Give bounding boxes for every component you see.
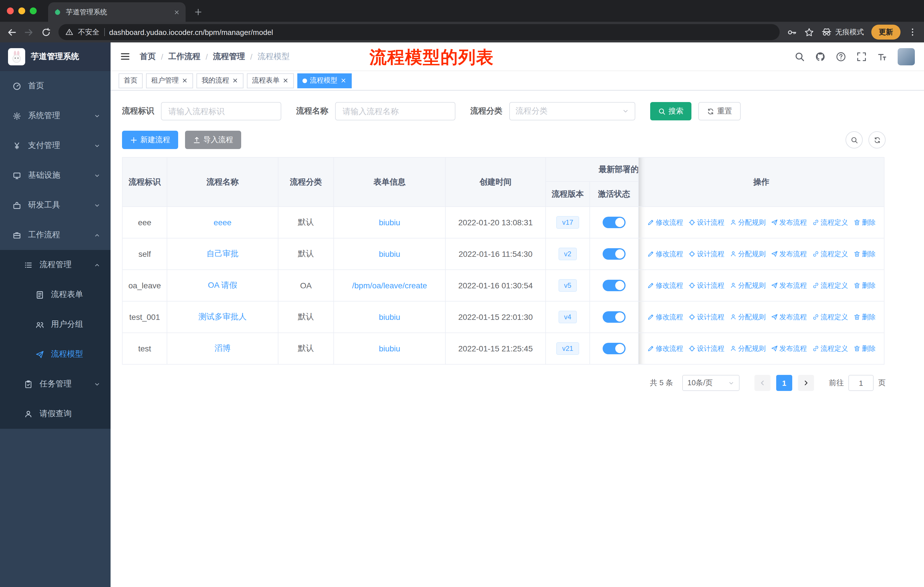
page-number-button[interactable]: 1 (776, 375, 792, 391)
sidebar-item-process-manage[interactable]: 流程管理 (0, 250, 111, 280)
action-definition-link[interactable]: 流程定义 (812, 312, 848, 322)
sidebar-item-process-model[interactable]: 流程模型 (0, 339, 111, 369)
action-definition-link[interactable]: 流程定义 (812, 218, 848, 227)
browser-tab[interactable]: 芋道管理系统 (48, 2, 186, 22)
tag-close-icon[interactable] (340, 78, 346, 84)
active-toggle[interactable] (602, 343, 625, 354)
bookmark-star-icon[interactable] (804, 27, 814, 37)
tab-close-icon[interactable] (173, 9, 180, 15)
action-design-link[interactable]: 设计流程 (688, 218, 724, 227)
password-manager-icon[interactable] (787, 27, 797, 37)
action-publish-link[interactable]: 发布流程 (771, 218, 807, 227)
action-assign-link[interactable]: 分配规则 (729, 281, 766, 290)
sidebar-item-system[interactable]: 系统管理 (0, 101, 111, 131)
action-assign-link[interactable]: 分配规则 (729, 249, 766, 259)
sidebar-item-user-group[interactable]: 用户分组 (0, 309, 111, 339)
sidebar-item-workflow[interactable]: 工作流程 (0, 220, 111, 250)
active-toggle[interactable] (602, 280, 625, 291)
window-minimize-button[interactable] (18, 7, 25, 14)
action-modify-link[interactable]: 修改流程 (647, 312, 683, 322)
action-publish-link[interactable]: 发布流程 (771, 281, 807, 290)
tags-view-tab[interactable]: 首页 (119, 73, 143, 88)
sidebar-item-process-form[interactable]: 流程表单 (0, 280, 111, 309)
action-modify-link[interactable]: 修改流程 (647, 281, 683, 290)
action-modify-link[interactable]: 修改流程 (647, 249, 683, 259)
action-definition-link[interactable]: 流程定义 (812, 344, 848, 354)
form-info-link[interactable]: biubiu (379, 250, 401, 258)
reset-button[interactable]: 重置 (698, 102, 741, 121)
create-model-button[interactable]: 新建流程 (122, 131, 178, 149)
tags-view-tab[interactable]: 租户管理 (146, 73, 193, 88)
action-assign-link[interactable]: 分配规则 (729, 344, 766, 354)
action-modify-link[interactable]: 修改流程 (647, 218, 683, 227)
action-publish-link[interactable]: 发布流程 (771, 344, 807, 354)
model-name-link[interactable]: eeee (214, 218, 231, 227)
tags-view-tab[interactable]: 流程模型 (297, 73, 352, 88)
form-info-link[interactable]: biubiu (379, 313, 401, 322)
action-assign-link[interactable]: 分配规则 (729, 218, 766, 227)
forward-button[interactable] (24, 27, 34, 37)
page-size-select[interactable]: 10条/页 (682, 375, 739, 391)
form-info-link[interactable]: biubiu (379, 218, 401, 227)
sidebar-item-task-manage[interactable]: 任务管理 (0, 369, 111, 399)
prev-page-button[interactable] (754, 375, 771, 391)
browser-menu-button[interactable] (908, 28, 917, 37)
import-model-button[interactable]: 导入流程 (185, 131, 241, 149)
update-button[interactable]: 更新 (871, 25, 901, 40)
tag-close-icon[interactable] (182, 78, 188, 84)
breadcrumb-item[interactable]: 首页 (140, 51, 156, 62)
model-name-link[interactable]: 测试多审批人 (198, 312, 247, 321)
form-info-link[interactable]: biubiu (379, 344, 401, 353)
back-button[interactable] (7, 27, 16, 37)
action-design-link[interactable]: 设计流程 (688, 312, 724, 322)
goto-page-input[interactable] (848, 375, 874, 391)
security-warning-icon[interactable] (65, 28, 73, 36)
next-page-button[interactable] (798, 375, 814, 391)
model-name-link[interactable]: 自己审批 (206, 249, 239, 258)
breadcrumb-item[interactable]: 流程管理 (213, 51, 245, 62)
search-button[interactable]: 搜索 (650, 102, 691, 121)
action-delete-link[interactable]: 删除 (853, 312, 876, 322)
sidebar-item-home[interactable]: 首页 (0, 71, 111, 101)
action-design-link[interactable]: 设计流程 (688, 281, 724, 290)
tags-view-tab[interactable]: 流程表单 (247, 73, 294, 88)
filter-id-input[interactable] (161, 102, 281, 121)
header-search-icon[interactable] (795, 51, 805, 62)
refresh-table-button[interactable] (868, 131, 886, 149)
github-icon[interactable] (815, 51, 825, 62)
tags-view-tab[interactable]: 我的流程 (196, 73, 243, 88)
tag-close-icon[interactable] (232, 78, 238, 84)
action-publish-link[interactable]: 发布流程 (771, 312, 807, 322)
new-tab-button[interactable] (191, 5, 205, 19)
filter-name-input[interactable] (335, 102, 455, 121)
model-name-link[interactable]: OA 请假 (208, 280, 238, 289)
form-info-link[interactable]: /bpm/oa/leave/create (352, 281, 427, 290)
action-definition-link[interactable]: 流程定义 (812, 281, 848, 290)
fullscreen-icon[interactable] (856, 51, 867, 62)
window-close-button[interactable] (7, 7, 14, 14)
action-delete-link[interactable]: 删除 (853, 344, 876, 354)
action-definition-link[interactable]: 流程定义 (812, 249, 848, 259)
reload-button[interactable] (41, 27, 51, 37)
action-assign-link[interactable]: 分配规则 (729, 312, 766, 322)
help-icon[interactable] (836, 51, 846, 62)
action-modify-link[interactable]: 修改流程 (647, 344, 683, 354)
filter-category-select[interactable]: 流程分类 (509, 102, 635, 121)
action-design-link[interactable]: 设计流程 (688, 249, 724, 259)
font-size-icon[interactable] (877, 51, 887, 62)
model-name-link[interactable]: 滔博 (214, 343, 231, 352)
active-toggle[interactable] (602, 217, 625, 228)
action-delete-link[interactable]: 删除 (853, 249, 876, 259)
tag-close-icon[interactable] (282, 78, 289, 84)
action-delete-link[interactable]: 删除 (853, 218, 876, 227)
active-toggle[interactable] (602, 248, 625, 260)
user-avatar[interactable] (898, 48, 915, 65)
sidebar-toggle-button[interactable] (120, 51, 130, 62)
window-zoom-button[interactable] (30, 7, 37, 14)
breadcrumb-item[interactable]: 工作流程 (168, 51, 201, 62)
sidebar-item-infra[interactable]: 基础设施 (0, 160, 111, 190)
sidebar-item-devtools[interactable]: 研发工具 (0, 190, 111, 220)
sidebar-item-leave-query[interactable]: 请假查询 (0, 399, 111, 429)
active-toggle[interactable] (602, 311, 625, 323)
action-publish-link[interactable]: 发布流程 (771, 249, 807, 259)
